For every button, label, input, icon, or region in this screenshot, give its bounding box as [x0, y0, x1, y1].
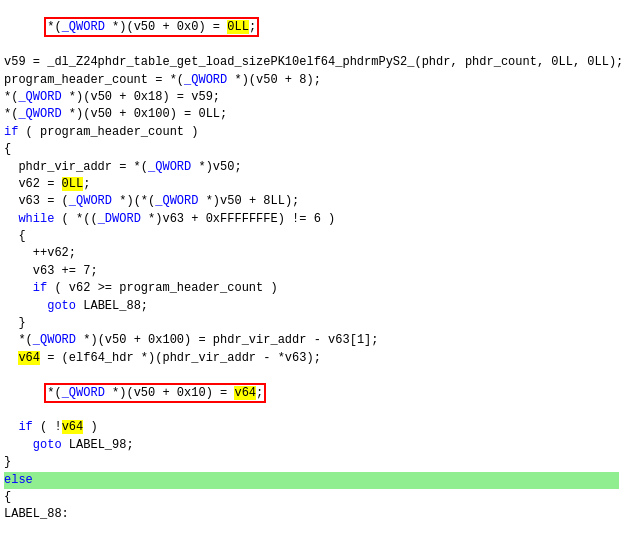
code-line-3: program_header_count = *(_QWORD *)(v50 +…: [4, 72, 619, 89]
code-line-25: {: [4, 489, 619, 506]
code-line-16: goto LABEL_88;: [4, 298, 619, 315]
code-line-2: v59 = _dl_Z24phdr_table_get_load_sizePK1…: [4, 54, 619, 71]
code-line-10: v63 = (_QWORD *)(*(_QWORD *)v50 + 8LL);: [4, 193, 619, 210]
code-line-23: }: [4, 454, 619, 471]
code-line-14: v63 += 7;: [4, 263, 619, 280]
code-line-8: phdr_vir_addr = *(_QWORD *)v50;: [4, 159, 619, 176]
code-line-27: v64 = *(elf64_hdr **)(v50 + 0x10);: [4, 524, 619, 533]
code-line-13: ++v62;: [4, 245, 619, 262]
code-container: *(_QWORD *)(v50 + 0x0) = 0LL; v59 = _dl_…: [0, 0, 623, 533]
code-line-5: *(_QWORD *)(v50 + 0x100) = 0LL;: [4, 106, 619, 123]
code-line-12: {: [4, 228, 619, 245]
code-line-17: }: [4, 315, 619, 332]
code-line-4: *(_QWORD *)(v50 + 0x18) = v59;: [4, 89, 619, 106]
code-line-22: goto LABEL_98;: [4, 437, 619, 454]
code-line-1: *(_QWORD *)(v50 + 0x0) = 0LL;: [4, 2, 619, 54]
code-line-7: {: [4, 141, 619, 158]
code-line-15: if ( v62 >= program_header_count ): [4, 280, 619, 297]
code-line-24: else: [4, 472, 619, 489]
code-line-19: v64 = (elf64_hdr *)(phdr_vir_addr - *v63…: [4, 350, 619, 367]
code-line-18: *(_QWORD *)(v50 + 0x100) = phdr_vir_addr…: [4, 332, 619, 349]
code-line-21: if ( !v64 ): [4, 419, 619, 436]
boxed-code-1: *(_QWORD *)(v50 + 0x0) = 0LL;: [47, 20, 256, 34]
code-line-11: while ( *((_DWORD *)v63 + 0xFFFFFFFE) !=…: [4, 211, 619, 228]
boxed-code-20: *(_QWORD *)(v50 + 0x10) = v64;: [47, 386, 263, 400]
code-line-20: *(_QWORD *)(v50 + 0x10) = v64;: [4, 367, 619, 419]
code-line-6: if ( program_header_count ): [4, 124, 619, 141]
code-line-26: LABEL_88:: [4, 506, 619, 523]
code-line-9: v62 = 0LL;: [4, 176, 619, 193]
